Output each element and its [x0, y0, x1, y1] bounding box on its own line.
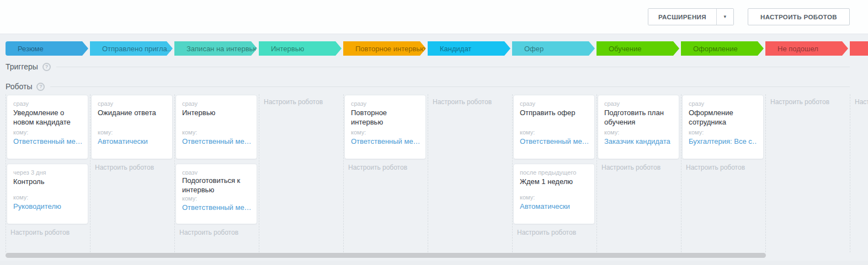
robot-card[interactable]: сразуПовторное интервьюкому:Ответственны… — [344, 95, 426, 159]
robots-help-icon[interactable]: ? — [36, 83, 45, 91]
robot-column: Настроить роботов — [766, 94, 850, 252]
chevron-down-icon: ▾ — [723, 14, 726, 19]
robot-recipient-link[interactable]: Ответственный ме… — [351, 137, 419, 145]
robot-recipient-link[interactable]: Ответственный ме… — [520, 137, 588, 145]
robot-timing-label: сразу — [604, 100, 673, 107]
robot-timing-label: после предыдущего — [520, 169, 588, 176]
pipeline-stage-label: Обучение — [609, 45, 641, 53]
robots-grid: сразуУведомление о новом кандидатекому:О… — [6, 94, 868, 252]
robot-recipient-link[interactable]: Бухгалтерия: Все с… — [689, 137, 757, 145]
pipeline-stage[interactable]: Не подошел — [765, 41, 848, 56]
robot-title: Уведомление о новом кандидате — [13, 109, 82, 127]
configure-robots-link[interactable]: Настроить роботов — [6, 229, 90, 236]
pipeline-stage[interactable]: Отправлено пригла... — [90, 41, 173, 56]
robot-card[interactable]: сразуОтправить оферкому:Ответственный ме… — [513, 95, 595, 159]
extensions-button[interactable]: РАСШИРЕНИЯ — [648, 9, 716, 25]
configure-robots-button[interactable]: НАСТРОИТЬ РОБОТОВ — [748, 8, 850, 25]
configure-robots-link[interactable]: Настроить роботов — [90, 164, 174, 171]
robot-card[interactable]: сразуОжидание ответакому:Автоматически — [91, 95, 173, 159]
configure-robots-link[interactable]: Настроить роботов — [513, 229, 597, 236]
pipeline-stage-label: Записан на интервью — [187, 45, 257, 53]
configure-robots-link[interactable]: Настроить роботов — [259, 98, 343, 106]
pipeline-stage[interactable]: Офер — [512, 41, 595, 56]
pipeline-stage-label: Кандидат — [440, 45, 471, 53]
robot-card[interactable]: сразуПодоготовиться к интервьюкому:Ответ… — [175, 164, 257, 224]
robot-to-label: кому: — [13, 129, 82, 136]
configure-robots-link[interactable]: Настроить роботов — [681, 164, 765, 171]
robot-recipient-link[interactable]: Ответственный ме… — [182, 203, 251, 210]
robot-to-label: кому: — [520, 194, 588, 201]
configure-robots-link[interactable]: Настроить роботов — [344, 164, 428, 171]
robot-card[interactable]: сразуИнтервьюкому:Ответственный ме… — [175, 95, 257, 159]
robot-to-label: кому: — [182, 195, 251, 202]
robot-recipient-link[interactable]: Автоматически — [98, 137, 166, 145]
robot-recipient-link[interactable]: Заказчик кандидата — [604, 137, 673, 145]
pipeline-stage-label: Повторное интервью — [355, 45, 425, 53]
extensions-dropdown-button[interactable]: ▾ — [716, 9, 733, 25]
robots-section-label: Роботы — [6, 82, 32, 91]
pipeline-stage-label: Отправлено пригла... — [102, 45, 173, 53]
robot-column: сразуИнтервьюкому:Ответственный ме…сразу… — [175, 94, 259, 252]
configure-robots-link[interactable]: Настроить роботов — [175, 229, 259, 236]
robot-column: Настроить роботов — [850, 94, 868, 252]
robot-column: Настроить роботов — [428, 94, 513, 252]
robot-title: Контроль — [13, 177, 82, 187]
robot-column: сразуПовторное интервьюкому:Ответственны… — [344, 94, 428, 252]
robot-timing-label: сразу — [689, 100, 757, 107]
robot-column: сразуУведомление о новом кандидатекому:О… — [6, 94, 90, 252]
robot-to-label: кому: — [604, 129, 673, 136]
pipeline-stage[interactable]: Повторное интервью — [343, 41, 426, 56]
header-toolbar: РАСШИРЕНИЯ ▾ НАСТРОИТЬ РОБОТОВ — [0, 0, 868, 34]
robots-divider-line — [50, 86, 850, 87]
extensions-button-group: РАСШИРЕНИЯ ▾ — [648, 8, 734, 25]
pipeline-stage[interactable]: Интервью — [259, 41, 342, 56]
robot-column: сразуОжидание ответакому:АвтоматическиНа… — [90, 94, 175, 252]
robot-column: Настроить роботов — [259, 94, 344, 252]
robot-card[interactable]: сразуУведомление о новом кандидатекому:О… — [7, 95, 88, 159]
automation-page: РАСШИРЕНИЯ ▾ НАСТРОИТЬ РОБОТОВ РезюмеОтп… — [0, 0, 868, 265]
robot-recipient-link[interactable]: Ответственный ме… — [182, 137, 251, 145]
pipeline-stage-bar: РезюмеОтправлено пригла...Записан на инт… — [6, 41, 868, 56]
pipeline-stage[interactable]: Записан на интервью — [174, 41, 257, 56]
robot-recipient-link[interactable]: Автоматически — [520, 202, 588, 210]
pipeline-stage[interactable]: Оформление — [681, 41, 764, 56]
pipeline-stage-label: Резюме — [18, 45, 44, 53]
robot-timing-label: через 3 дня — [13, 169, 82, 176]
pipeline-stage-label: Интервью — [271, 45, 304, 53]
configure-robots-link[interactable]: Настроить роботов — [850, 98, 868, 106]
pipeline-stage-label: Не подошел — [778, 45, 818, 53]
pipeline-stage[interactable] — [850, 41, 868, 56]
robot-card[interactable]: после предыдущегоЖдем 1 неделюкому:Автом… — [513, 164, 595, 224]
robot-card[interactable]: сразуОформление сотрудникакому:Бухгалтер… — [682, 95, 764, 159]
robot-recipient-link[interactable]: Руководителю — [13, 202, 82, 210]
triggers-divider-line — [56, 67, 850, 67]
robot-to-label: кому: — [98, 129, 166, 136]
triggers-section-header: Триггеры ? — [6, 62, 868, 72]
robot-card[interactable]: сразуПодготовить план обучениякому:Заказ… — [598, 95, 679, 159]
robot-timing-label: сразу — [13, 100, 82, 107]
pipeline-stage[interactable]: Обучение — [597, 41, 679, 56]
pipeline-stage[interactable]: Резюме — [6, 41, 88, 56]
pipeline-stage-label: Оформление — [693, 45, 738, 53]
robot-column: сразуПодготовить план обучениякому:Заказ… — [597, 94, 681, 252]
configure-robots-link[interactable]: Настроить роботов — [766, 98, 850, 106]
configure-robots-link[interactable]: Настроить роботов — [428, 98, 512, 106]
robot-column: сразуОформление сотрудникакому:Бухгалтер… — [681, 94, 766, 252]
pipeline-stage[interactable]: Кандидат — [428, 41, 510, 56]
robot-card[interactable]: через 3 дняКонтролькому:Руководителю — [7, 164, 88, 224]
robot-title: Интервью — [182, 109, 251, 118]
configure-robots-link[interactable]: Настроить роботов — [597, 164, 681, 171]
horizontal-scrollbar[interactable] — [6, 253, 766, 258]
robot-recipient-link[interactable]: Ответственный ме… — [13, 137, 82, 145]
pipeline-stage-label: Офер — [524, 45, 544, 53]
robot-to-label: кому: — [351, 129, 419, 136]
bottom-strip — [0, 261, 868, 265]
robot-title: Подоготовиться к интервью — [182, 176, 251, 195]
robot-timing-label: сразу — [182, 100, 251, 107]
robot-to-label: кому: — [182, 129, 251, 136]
robot-timing-label: сразу — [182, 169, 251, 175]
robot-title: Оформление сотрудника — [689, 109, 757, 127]
robot-to-label: кому: — [520, 129, 588, 136]
robots-section-header: Роботы ? — [6, 82, 868, 91]
triggers-help-icon[interactable]: ? — [42, 63, 51, 71]
